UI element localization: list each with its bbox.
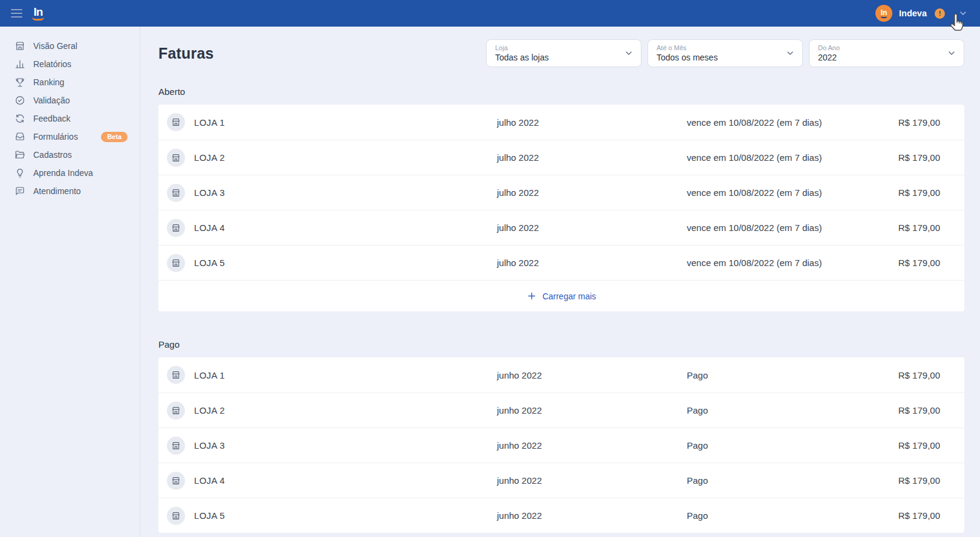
store-cell: LOJA 3 [167, 184, 497, 202]
storefront-icon [167, 472, 185, 490]
sidebar-item[interactable]: Visão Geral [0, 37, 140, 55]
sidebar-item[interactable]: Aprenda Indeva [0, 164, 140, 182]
invoice-row[interactable]: LOJA 2 junho 2022 Pago R$ 179,00 [158, 392, 964, 428]
invoice-status: vence em 10/08/2022 (em 7 dias) [687, 117, 898, 128]
user-menu[interactable]: In Indeva ! [875, 5, 968, 22]
store-name: LOJA 1 [194, 370, 225, 380]
store-cell: LOJA 4 [167, 219, 497, 237]
sidebar-item[interactable]: Formulários Beta [0, 128, 140, 146]
storefront-icon [167, 366, 185, 384]
invoice-month: julho 2022 [497, 187, 687, 198]
invoice-row[interactable]: LOJA 4 junho 2022 Pago R$ 179,00 [158, 463, 964, 498]
folder-icon [15, 149, 25, 160]
storefront-icon [167, 219, 185, 237]
sidebar-item[interactable]: Atendimento [0, 182, 140, 200]
avatar-smile-icon [881, 16, 887, 18]
invoice-status: vence em 10/08/2022 (em 7 dias) [687, 223, 898, 233]
invoice-month: junho 2022 [497, 405, 687, 415]
sidebar-item[interactable]: Feedback [0, 109, 140, 128]
beta-badge: Beta [101, 132, 128, 142]
avatar: In [875, 5, 892, 22]
sidebar-item[interactable]: Validação [0, 91, 140, 109]
invoice-month: julho 2022 [497, 258, 687, 268]
invoice-amount: R$ 179,00 [898, 370, 940, 380]
sidebar-item-label: Formulários [33, 132, 78, 142]
invoice-month: junho 2022 [497, 370, 687, 380]
menu-icon[interactable] [11, 9, 22, 18]
sidebar-item-label: Aprenda Indeva [33, 168, 93, 178]
store-cell: LOJA 1 [167, 113, 497, 131]
invoice-status: Pago [687, 405, 898, 415]
invoice-amount: R$ 179,00 [898, 258, 940, 268]
load-more-button[interactable]: Carregar mais [158, 280, 964, 311]
invoice-amount: R$ 179,00 [898, 510, 940, 521]
invoice-row[interactable]: LOJA 4 julho 2022 vence em 10/08/2022 (e… [158, 210, 964, 245]
sidebar-item[interactable]: Cadastros [0, 146, 140, 164]
page-header: Faturas Loja Todas as lojas Até o Mês To… [158, 39, 964, 67]
storefront-icon [15, 41, 25, 51]
invoice-month: junho 2022 [497, 475, 687, 486]
sidebar-item[interactable]: Relatórios [0, 55, 140, 73]
invoice-status: Pago [687, 440, 898, 451]
bar-chart-icon [15, 59, 25, 70]
chat-icon [15, 186, 25, 197]
filter-value: Todas as lojas [495, 52, 619, 63]
invoice-status: Pago [687, 475, 898, 486]
invoice-row[interactable]: LOJA 5 julho 2022 vence em 10/08/2022 (e… [158, 245, 964, 280]
invoice-status: vence em 10/08/2022 (em 7 dias) [687, 187, 898, 198]
invoice-month: julho 2022 [497, 152, 687, 163]
store-name: LOJA 4 [194, 475, 225, 486]
logo-smile-icon [32, 17, 44, 21]
invoice-row[interactable]: LOJA 3 julho 2022 vence em 10/08/2022 (e… [158, 175, 964, 210]
sidebar-item-label: Visão Geral [33, 41, 77, 51]
invoice-row[interactable]: LOJA 1 junho 2022 Pago R$ 179,00 [158, 357, 964, 392]
filter-label: Loja [495, 44, 619, 52]
invoice-status: Pago [687, 510, 898, 521]
filter-value: Todos os meses [657, 52, 780, 63]
topbar: In In Indeva ! [0, 0, 980, 27]
storefront-icon [167, 402, 185, 420]
filter-mes[interactable]: Até o Mês Todos os meses [647, 39, 803, 67]
sidebar-item-label: Atendimento [33, 186, 81, 196]
sidebar-item-label: Cadastros [33, 150, 72, 160]
invoice-row[interactable]: LOJA 3 junho 2022 Pago R$ 179,00 [158, 428, 964, 463]
invoice-amount: R$ 179,00 [898, 117, 940, 128]
invoice-month: julho 2022 [497, 223, 687, 233]
invoice-row[interactable]: LOJA 2 julho 2022 vence em 10/08/2022 (e… [158, 140, 964, 175]
filter-loja[interactable]: Loja Todas as lojas [486, 39, 641, 67]
invoice-rows: LOJA 1 julho 2022 vence em 10/08/2022 (e… [158, 105, 964, 280]
store-name: LOJA 3 [194, 187, 225, 198]
storefront-icon [167, 184, 185, 202]
plus-icon [527, 291, 537, 301]
invoice-month: julho 2022 [497, 117, 687, 128]
refresh-icon [15, 113, 25, 124]
filter-label: Do Ano [818, 44, 942, 52]
store-name: LOJA 4 [194, 223, 225, 233]
chevron-down-icon[interactable] [958, 8, 968, 18]
trophy-icon [15, 77, 25, 88]
invoice-amount: R$ 179,00 [898, 187, 940, 198]
filter-label: Até o Mês [657, 44, 780, 52]
user-name: Indeva [899, 8, 927, 18]
store-cell: LOJA 1 [167, 366, 497, 384]
storefront-icon [167, 437, 185, 455]
indeva-logo[interactable]: In [32, 6, 44, 21]
invoice-month: junho 2022 [497, 510, 687, 521]
store-name: LOJA 3 [194, 440, 225, 451]
main-content: Faturas Loja Todas as lojas Até o Mês To… [140, 27, 980, 537]
chevron-down-icon [947, 48, 956, 58]
filter-value: 2022 [818, 52, 942, 63]
section-title-aberto: Aberto [158, 86, 964, 97]
sidebar-item-label: Ranking [33, 77, 64, 87]
alert-badge[interactable]: ! [935, 8, 945, 19]
store-cell: LOJA 3 [167, 437, 497, 455]
invoice-row[interactable]: LOJA 1 julho 2022 vence em 10/08/2022 (e… [158, 105, 964, 140]
invoice-row[interactable]: LOJA 5 junho 2022 Pago R$ 179,00 [158, 498, 964, 533]
invoice-amount: R$ 179,00 [898, 152, 940, 163]
filter-ano[interactable]: Do Ano 2022 [809, 39, 964, 67]
store-cell: LOJA 5 [167, 507, 497, 525]
sidebar-item-label: Feedback [33, 114, 70, 123]
invoices-card-pago: LOJA 1 junho 2022 Pago R$ 179,00 LOJA 2 … [158, 357, 964, 533]
sidebar-item[interactable]: Ranking [0, 73, 140, 91]
store-name: LOJA 1 [194, 117, 225, 128]
